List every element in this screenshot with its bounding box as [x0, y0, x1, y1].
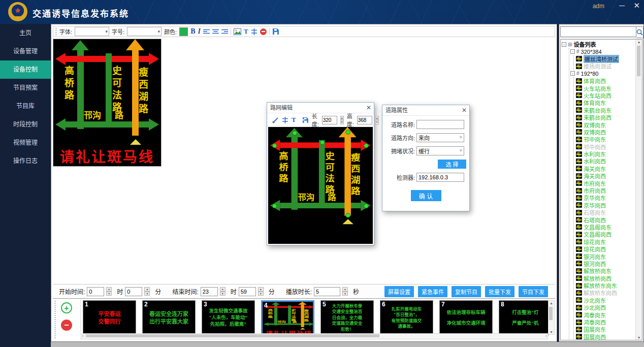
tree-device-item[interactable]: 沙北岗东	[575, 297, 635, 304]
end-hour-spinner[interactable]: ▲▼	[220, 287, 226, 296]
text-tool-button[interactable]: T	[244, 27, 248, 36]
tree-device-item[interactable]: 石塔岗东	[575, 209, 635, 216]
road-editor-close-icon[interactable]: ✕	[366, 103, 371, 113]
align-right-icon[interactable]	[221, 29, 228, 35]
sidebar-item-4[interactable]: 节目预案	[0, 79, 51, 97]
tree-device-item[interactable]: 解放桥岗东	[575, 267, 635, 274]
scrollbar-thumb[interactable]	[86, 334, 379, 337]
tree-device-item[interactable]: 水利岗东	[575, 150, 635, 157]
add-program-button[interactable]: +	[61, 302, 72, 313]
tree-device-item[interactable]: 国展岗东	[575, 326, 635, 333]
duration-spinner[interactable]: ▲▼	[342, 287, 348, 296]
action-button-1[interactable]: 屏幕设置	[384, 286, 414, 297]
tree-collapse-icon[interactable]: -	[562, 42, 566, 47]
tree-root[interactable]: -⊞设备列表	[562, 41, 635, 48]
length-spinner[interactable]: ▲▼	[340, 116, 344, 124]
insert-image-icon[interactable]	[234, 28, 241, 35]
program-thumbnail-2[interactable]: 2春运安全连万家出行平安靠大家	[142, 300, 196, 335]
vertical-scrollbar[interactable]: ▲ ▼	[548, 300, 555, 335]
anchor-handle[interactable]	[345, 213, 350, 217]
end-minute-spinner[interactable]: ▲▼	[258, 287, 264, 296]
tree-device-item[interactable]: 邗中岗东	[575, 136, 635, 143]
action-button-5[interactable]: 节目下发	[519, 286, 548, 297]
scroll-right-icon[interactable]: ›	[545, 333, 547, 338]
tree-collapse-icon[interactable]: -	[570, 49, 575, 54]
anchor-handle[interactable]	[320, 140, 325, 145]
save-icon[interactable]	[272, 28, 279, 35]
anchor-handle[interactable]	[293, 131, 298, 135]
height-spinner[interactable]: ▲▼	[375, 116, 379, 124]
tree-device-item[interactable]: 解放桥东岗东	[575, 282, 635, 289]
horizontal-scrollbar[interactable]: ‹ ›	[81, 333, 548, 339]
anchor-handle[interactable]	[272, 204, 277, 208]
congestion-select[interactable]: 缓行	[416, 146, 464, 155]
start-hour-input[interactable]	[87, 287, 104, 296]
anchor-handle[interactable]	[364, 143, 369, 148]
length-input[interactable]	[322, 116, 337, 124]
road-label-right[interactable]: 瘦西湖路	[350, 153, 359, 198]
preview-sign[interactable]: 高桥路 史可法路 瘦西湖路 邗沟 路 请礼让斑马线	[263, 302, 314, 335]
road-properties-close-icon[interactable]: ✕	[462, 105, 467, 115]
toolbar-grip[interactable]	[55, 28, 57, 35]
road-editor-titlebar[interactable]: 路网编辑 ✕	[267, 103, 374, 113]
sidebar-item-2[interactable]: 设备管理	[0, 42, 51, 60]
tree-device-item[interactable]: 火车站岗西	[575, 92, 635, 99]
road-properties-titlebar[interactable]: 道路属性 ✕	[382, 105, 469, 116]
align-left-icon[interactable]	[203, 29, 210, 35]
search-button[interactable]	[636, 26, 643, 38]
device-search-input[interactable]	[560, 26, 636, 37]
tree-device-item[interactable]: 火车站岗东	[575, 84, 635, 91]
tree-device-item[interactable]: 双博岗东	[575, 121, 635, 128]
remove-program-button[interactable]: −	[61, 320, 72, 331]
text-tool-button[interactable]: T	[292, 116, 296, 124]
road-label-bottom-left[interactable]: 邗沟	[298, 191, 314, 202]
sidebar-item-6[interactable]: 时段控制	[0, 115, 51, 134]
tree-device-item[interactable]: 鸿泰岗东	[575, 311, 635, 318]
tree-device-item[interactable]: 体育岗东	[575, 99, 635, 106]
tree-device-item[interactable]: 双博岗西	[575, 129, 635, 136]
align-center-icon[interactable]	[212, 29, 219, 35]
action-button-2[interactable]: 紧急事件	[418, 286, 447, 297]
tree-device-item[interactable]: 体育岗西	[575, 77, 635, 84]
start-hour-spinner[interactable]: ▲▼	[106, 287, 112, 296]
scrollbar-thumb[interactable]	[549, 307, 553, 320]
draw-line-icon[interactable]	[272, 117, 279, 123]
road-editor-canvas[interactable]: 高桥路 史可法路 瘦西湖路 邗沟 路	[268, 127, 373, 244]
program-thumbnail-7[interactable]: 7依法治理非标车辆净化城市交通环境	[439, 300, 493, 335]
font-size-select[interactable]	[127, 27, 162, 36]
road-name-input[interactable]	[416, 120, 464, 129]
editor-sign[interactable]: 高桥路 史可法路 瘦西湖路 邗沟 路	[268, 127, 373, 244]
road-label-bottom-right[interactable]: 路	[328, 191, 336, 202]
preview-sign[interactable]: 高桥路 史可法路 瘦西湖路 邗沟 路 请礼让斑马线	[53, 39, 161, 166]
tree-device-item[interactable]: 水利岗西	[575, 157, 635, 165]
detector-input[interactable]	[416, 173, 464, 182]
minimize-icon[interactable]: ─	[619, 1, 625, 10]
road-direction-select[interactable]: 来向	[416, 133, 464, 142]
crossing-icon[interactable]	[282, 117, 288, 123]
design-canvas[interactable]: 高桥路 史可法路 瘦西湖路 邗沟 路 请礼让斑马线 路网编辑 ✕ T	[53, 38, 555, 284]
tree-device-item[interactable]: 市府岗西	[575, 187, 635, 194]
tree-device-item[interactable]: 京华岗西	[575, 202, 635, 209]
tree-device-item[interactable]: 文昌阁岗西	[575, 231, 635, 238]
program-thumbnail-1[interactable]: 1平安春运交警同行	[83, 300, 136, 335]
tree-device-item[interactable]: 市府岗东	[575, 179, 635, 186]
sidebar-item-1[interactable]: 主页	[0, 24, 51, 42]
delete-icon[interactable]	[260, 28, 267, 35]
start-minute-input[interactable]	[125, 287, 142, 296]
scrollbar-thumb[interactable]	[637, 46, 640, 76]
tree-device-item[interactable]: 琼花岗西	[575, 245, 635, 253]
sidebar-item-7[interactable]: 视频管理	[0, 134, 51, 152]
duration-input[interactable]	[314, 287, 340, 296]
tree-device-item[interactable]: 国展岗西	[575, 333, 635, 340]
logged-in-user[interactable]: adm	[593, 3, 604, 10]
tree-device-item[interactable]: 海关岗东	[575, 165, 635, 172]
start-minute-spinner[interactable]: ▲▼	[144, 287, 150, 296]
program-thumbnail-4[interactable]: 4 高桥路 史可法路 瘦西湖路 邗沟 路 请礼让斑马线	[261, 300, 314, 335]
tree-device-item[interactable]: 螺丝湾桥测试	[575, 55, 635, 62]
tree-device-item[interactable]: 邗中岗西	[575, 143, 635, 150]
scroll-left-icon[interactable]: ‹	[82, 333, 84, 338]
tree-device-item[interactable]: 银河岗西	[575, 260, 635, 267]
yield-triangle[interactable]	[342, 219, 353, 224]
scroll-down-icon[interactable]: ▼	[549, 330, 554, 334]
italic-button[interactable]: I	[198, 27, 201, 36]
